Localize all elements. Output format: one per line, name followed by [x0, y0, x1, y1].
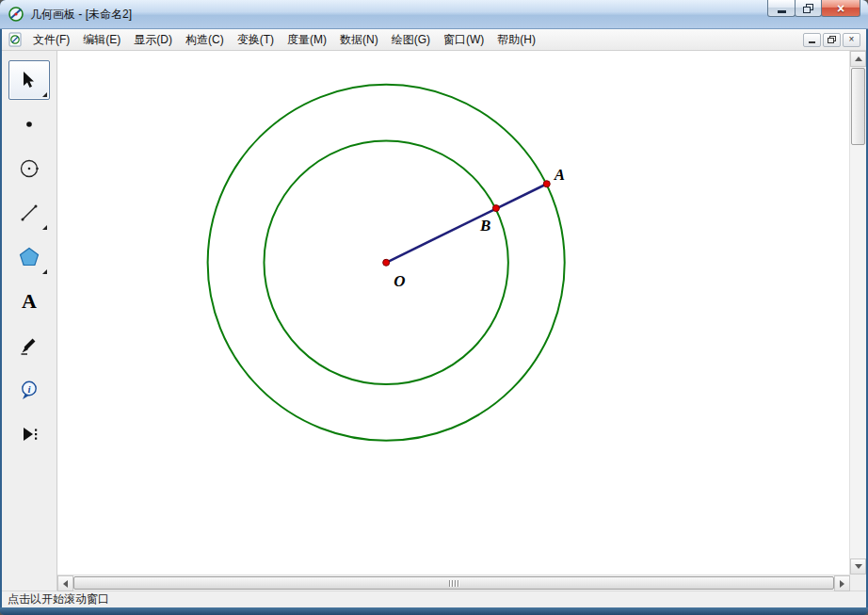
horizontal-scrollbar-row [2, 575, 866, 591]
minimize-icon [778, 10, 786, 13]
info-bubble-icon: i [19, 380, 40, 400]
marker-pen-icon [19, 335, 40, 356]
segment-icon [19, 202, 40, 223]
marker-tool[interactable] [8, 326, 50, 365]
window-title: 几何画板 - [未命名2] [30, 7, 132, 23]
scroll-down-button[interactable] [850, 558, 866, 575]
thumb-grip-icon [458, 580, 458, 587]
mdi-close-icon: × [849, 35, 855, 44]
arrow-up-icon [855, 57, 862, 61]
app-window: 几何画板 - [未命名2] × 文件(F) [0, 0, 868, 615]
mdi-restore-button[interactable] [823, 33, 841, 47]
menu-item-data[interactable]: 数据(N) [333, 30, 385, 50]
custom-tool[interactable] [8, 414, 50, 454]
close-button[interactable]: × [821, 0, 860, 17]
polygon-tool[interactable] [8, 237, 50, 277]
horizontal-scrollbar[interactable] [57, 575, 850, 591]
horizontal-scroll-thumb[interactable] [73, 576, 834, 590]
point-tool[interactable] [8, 105, 50, 144]
flyout-indicator-icon [42, 225, 47, 230]
segment-tool[interactable] [8, 193, 50, 233]
menu-item-graph[interactable]: 绘图(G) [385, 30, 437, 50]
mdi-close-button[interactable]: × [843, 33, 860, 47]
point-label-O[interactable]: O [394, 272, 405, 290]
circle-tool[interactable] [8, 149, 50, 188]
restore-icon [803, 4, 813, 13]
thumb-grip-icon [449, 580, 450, 587]
point-label-B[interactable]: B [479, 217, 490, 235]
tool-palette: A i [2, 51, 57, 575]
point-B[interactable] [492, 205, 499, 212]
window-bottom-border [0, 607, 868, 615]
mdi-minimize-icon [809, 41, 815, 43]
flyout-indicator-icon [42, 92, 47, 97]
point-label-A[interactable]: A [554, 166, 565, 184]
mdi-minimize-button[interactable] [803, 33, 821, 47]
thumb-grip-icon [452, 580, 453, 587]
segment-0[interactable] [386, 184, 547, 263]
menu-bar: 文件(F) 编辑(E) 显示(D) 构造(C) 变换(T) 度量(M) 数据(N… [2, 29, 866, 51]
scroll-up-button[interactable] [850, 51, 866, 67]
status-text: 点击以开始滚动窗口 [8, 591, 109, 607]
toolbar-spacer [2, 575, 57, 591]
scroll-left-button[interactable] [57, 575, 73, 591]
document-icon [8, 32, 23, 47]
selection-arrow-icon [19, 70, 40, 90]
menu-item-construct[interactable]: 构造(C) [179, 30, 231, 50]
menu-item-help[interactable]: 帮助(H) [490, 30, 542, 50]
point-O[interactable] [383, 259, 390, 266]
restore-button[interactable] [795, 0, 822, 17]
window-body: 文件(F) 编辑(E) 显示(D) 构造(C) 变换(T) 度量(M) 数据(N… [2, 29, 866, 607]
app-icon [8, 6, 24, 23]
scrollbar-corner [850, 575, 866, 591]
arrow-down-icon [855, 564, 862, 569]
mdi-controls: × [803, 33, 862, 47]
vertical-scroll-thumb[interactable] [851, 68, 865, 145]
polygon-icon [19, 247, 40, 267]
information-tool[interactable]: i [8, 370, 50, 410]
mdi-restore-icon [828, 36, 836, 44]
menu-item-window[interactable]: 窗口(W) [437, 30, 490, 50]
vertical-scrollbar[interactable] [849, 51, 866, 575]
text-tool[interactable]: A [8, 282, 50, 321]
status-bar: 点击以开始滚动窗口 [2, 591, 866, 607]
point-A[interactable] [543, 181, 550, 187]
custom-tool-icon [19, 424, 40, 445]
menu-item-transform[interactable]: 变换(T) [231, 30, 281, 50]
close-icon: × [837, 1, 844, 16]
scroll-right-button[interactable] [834, 575, 850, 591]
title-bar: 几何画板 - [未命名2] × [0, 0, 868, 29]
menu-item-measure[interactable]: 度量(M) [281, 30, 333, 50]
menu-item-file[interactable]: 文件(F) [26, 30, 76, 50]
arrow-left-icon [63, 580, 68, 588]
minimize-button[interactable] [767, 0, 796, 17]
menu-item-edit[interactable]: 编辑(E) [76, 30, 127, 50]
text-tool-icon: A [22, 289, 37, 314]
window-controls: × [768, 0, 860, 17]
point-icon [19, 114, 40, 135]
flyout-indicator-icon [42, 269, 47, 274]
sketch-svg: OBA [57, 51, 849, 575]
sketch-canvas[interactable]: OBA [57, 51, 849, 575]
main-area: A i [2, 51, 866, 575]
compass-circle-icon [19, 158, 40, 179]
selection-arrow-tool[interactable] [8, 60, 50, 100]
menu-item-display[interactable]: 显示(D) [127, 30, 179, 50]
thumb-grip-icon [455, 580, 456, 587]
arrow-right-icon [840, 580, 844, 588]
